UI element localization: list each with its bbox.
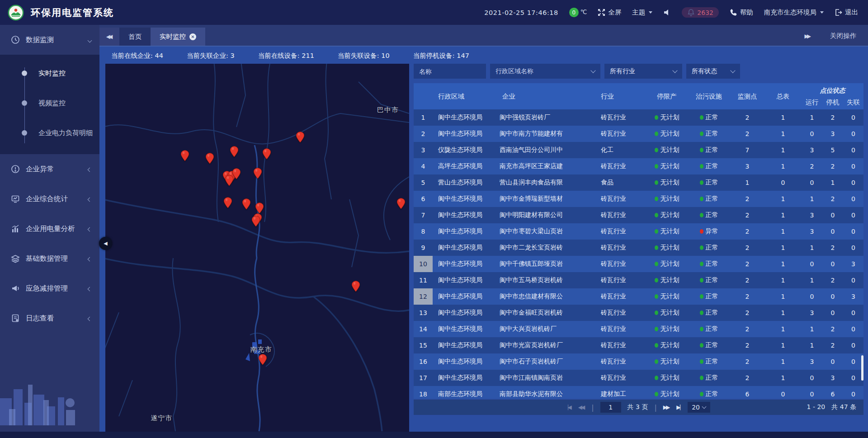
table-row[interactable]: 18南部生态环境局南部县助华水泥有限公建材加工无计划正常60060 (414, 386, 863, 399)
tab-realtime-monitor[interactable]: 实时监控 ✕ (151, 28, 205, 46)
next-page-button[interactable]: ▶▶ (663, 404, 670, 410)
status-dot-icon (700, 148, 703, 152)
table-row[interactable]: 12阆中生态环境局阆中市忠信建材有限公砖瓦行业无计划正常21003 (414, 288, 863, 305)
sidebar-item-emergency-reduction[interactable]: 应急减排管理 (0, 273, 99, 303)
cell-run: 0 (802, 174, 822, 191)
map-pin[interactable] (351, 281, 360, 292)
cell-region: 阆中生态环境局 (433, 305, 497, 321)
cell-run: 1 (802, 321, 822, 337)
table-row[interactable]: 15阆中生态环境局阆中市光富页岩机砖厂砖瓦行业无计划正常21120 (414, 337, 863, 353)
cell-halt: 2 (822, 191, 843, 207)
table-row[interactable]: 3仪陇生态环境局西南油气田分公司川中化工无计划正常71350 (414, 142, 863, 158)
map-pin[interactable] (262, 148, 271, 160)
status-dot-icon (655, 311, 658, 315)
cell-meters: 1 (764, 207, 802, 223)
sidebar-item-power-analysis[interactable]: 企业用电量分析 (0, 214, 99, 244)
tab-strip: ◀◀ 首页 实时监控 ✕ ▶▶ 关闭操作 (99, 25, 868, 47)
map-pin[interactable] (396, 198, 405, 209)
cell-industry: 建材加工 (595, 386, 646, 399)
map-pin[interactable] (181, 150, 189, 161)
table-row[interactable]: 16阆中生态环境局阆中市石子页岩机砖厂砖瓦行业无计划正常21300 (414, 353, 863, 370)
notification-badge[interactable]: 2632 (682, 7, 719, 18)
table-row[interactable]: 9阆中生态环境局阆中市二龙长宝页岩砖砖瓦行业无计划正常21120 (414, 240, 863, 256)
tabs-scroll-right-button[interactable]: ▶▶ (805, 33, 811, 39)
map-pin[interactable] (296, 132, 305, 143)
sidebar-item-power-load-detail[interactable]: 企业电力负荷明细 (0, 118, 99, 148)
cell-facility-status: 正常 (688, 126, 730, 142)
sidebar-item-data-monitor[interactable]: 数据监测 (0, 25, 99, 55)
map-pin[interactable] (225, 175, 233, 186)
cell-halt: 2 (822, 337, 843, 353)
sidebar-item-realtime-monitor[interactable]: 实时监控 (0, 58, 99, 88)
cell-facility-status: 正常 (688, 370, 730, 386)
map-pin[interactable] (206, 153, 214, 164)
page-number-input[interactable]: 1 (600, 402, 621, 413)
org-dropdown[interactable]: 南充市生态环境局 (764, 8, 824, 17)
map-pin[interactable] (224, 197, 232, 208)
map-pin[interactable] (254, 168, 262, 179)
sidebar-item-enterprise-stats[interactable]: 企业综合统计 (0, 184, 99, 214)
help-button[interactable]: 帮助 (730, 8, 753, 17)
map-pin[interactable] (255, 203, 264, 214)
cell-lost: 0 (843, 386, 863, 399)
theme-dropdown[interactable]: 主题 (632, 8, 652, 17)
cell-halt: 0 (822, 256, 843, 272)
cell-stop-status: 无计划 (646, 191, 688, 207)
close-operations-button[interactable]: 关闭操作 (830, 32, 856, 40)
cell-index: 17 (414, 370, 433, 386)
map-pin[interactable] (242, 198, 250, 210)
page-size-select[interactable]: 20 (688, 402, 710, 413)
cell-industry: 砖瓦行业 (595, 240, 646, 256)
logout-button[interactable]: 退出 (835, 8, 858, 17)
region-select[interactable]: 行政区域名称 (490, 64, 600, 79)
table-row[interactable]: 14阆中生态环境局阆中大兴页岩机砖厂砖瓦行业无计划正常21120 (414, 321, 863, 337)
table-row[interactable]: 10阆中生态环境局阆中千佛镇五郎垭页岩砖瓦行业无计划正常21003 (414, 256, 863, 272)
layers-icon (11, 254, 20, 263)
table-scrollbar[interactable] (861, 355, 863, 381)
cell-stop-status: 无计划 (646, 337, 688, 353)
cell-points: 2 (730, 305, 764, 321)
sidebar-item-log-view[interactable]: 日志查看 (0, 303, 99, 333)
cell-region: 阆中生态环境局 (433, 337, 497, 353)
cell-stop-status: 无计划 (646, 109, 688, 126)
table-row[interactable]: 4高坪生态环境局南充市高坪区王家店建砖瓦行业无计划正常31220 (414, 158, 863, 174)
status-dot-icon (700, 278, 703, 283)
status-select[interactable]: 所有状态 (686, 64, 740, 79)
cell-stop-status: 无计划 (646, 256, 688, 272)
name-search-input[interactable] (419, 68, 481, 75)
map-pin[interactable] (259, 354, 267, 365)
cell-halt: 6 (822, 386, 843, 399)
fullscreen-button[interactable]: 全屏 (598, 8, 621, 17)
col-region: 行政区域 (433, 92, 497, 101)
prev-page-button[interactable]: ◀◀ (578, 404, 585, 410)
close-icon[interactable]: ✕ (189, 33, 196, 40)
mute-speaker-icon[interactable] (663, 9, 671, 16)
map-pin[interactable] (251, 216, 260, 227)
table-row[interactable]: 6阆中生态环境局阆中市金博瑞新型墙材砖瓦行业无计划正常21120 (414, 191, 863, 207)
map-roads-decoration (105, 64, 409, 432)
chevron-down-icon (590, 68, 595, 73)
table-row[interactable]: 13阆中生态环境局阆中市金福旺页岩机砖砖瓦行业无计划正常21300 (414, 305, 863, 321)
table-row[interactable]: 7阆中生态环境局阆中明阳建材有限公司砖瓦行业无计划正常21300 (414, 207, 863, 223)
tab-home[interactable]: 首页 (119, 28, 151, 46)
sidebar-item-enterprise-abnormal[interactable]: 企业异常 (0, 154, 99, 184)
table-row[interactable]: 1阆中生态环境局阆中强锐页岩砖厂砖瓦行业无计划正常21120 (414, 109, 863, 126)
tabs-scroll-left-button[interactable]: ◀◀ (99, 28, 119, 46)
panel-collapse-button[interactable]: ◀ (99, 237, 112, 250)
last-page-button[interactable]: ▶| (676, 404, 681, 410)
first-page-button[interactable]: |◀ (567, 404, 571, 410)
industry-select[interactable]: 所有行业 (604, 64, 682, 79)
table-row[interactable]: 2阆中生态环境局阆中市南方节能建材有砖瓦行业无计划正常21030 (414, 126, 863, 142)
sidebar-item-video-monitor[interactable]: 视频监控 (0, 88, 99, 118)
table-row[interactable]: 17阆中生态环境局阆中市江南镇阆南页岩砖瓦行业无计划正常21030 (414, 370, 863, 386)
table-row[interactable]: 11阆中生态环境局阆中市五马桥页岩机砖砖瓦行业无计划正常21120 (414, 272, 863, 288)
table-row[interactable]: 8阆中生态环境局阆中市枣碧大梁山页岩砖瓦行业无计划异常21300 (414, 223, 863, 240)
map-panel[interactable]: 巴中市南充市遂宁市 (105, 64, 409, 432)
sidebar-item-base-data[interactable]: 基础数据管理 (0, 244, 99, 273)
cell-points: 1 (730, 174, 764, 191)
datetime-display: 2021-02-25 17:46:18 (484, 9, 558, 16)
table-row[interactable]: 5营山生态环境局营山县润丰肉食品有限食品无计划正常10010 (414, 174, 863, 191)
map-pin[interactable] (230, 146, 238, 157)
cell-industry: 砖瓦行业 (595, 223, 646, 240)
cell-index: 15 (414, 337, 433, 353)
